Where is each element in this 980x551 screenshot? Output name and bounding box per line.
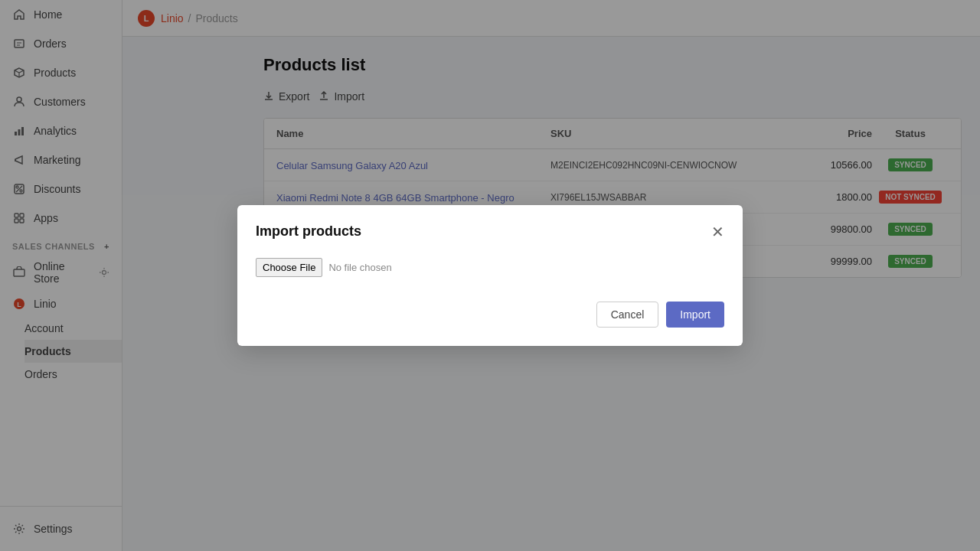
modal-footer: Cancel Import	[256, 302, 724, 328]
import-modal: Import products ✕ Choose File No file ch…	[237, 205, 743, 346]
file-input-area: Choose File No file chosen	[256, 258, 724, 277]
modal-header: Import products ✕	[256, 223, 724, 240]
modal-cancel-button[interactable]: Cancel	[596, 302, 659, 328]
modal-import-button[interactable]: Import	[666, 302, 724, 328]
modal-close-button[interactable]: ✕	[711, 224, 724, 240]
modal-body: Choose File No file chosen	[256, 258, 724, 277]
no-file-text: No file chosen	[328, 262, 391, 273]
modal-title: Import products	[256, 223, 361, 240]
choose-file-button[interactable]: Choose File	[256, 258, 322, 277]
close-icon: ✕	[711, 223, 724, 240]
modal-overlay: Import products ✕ Choose File No file ch…	[0, 0, 980, 551]
